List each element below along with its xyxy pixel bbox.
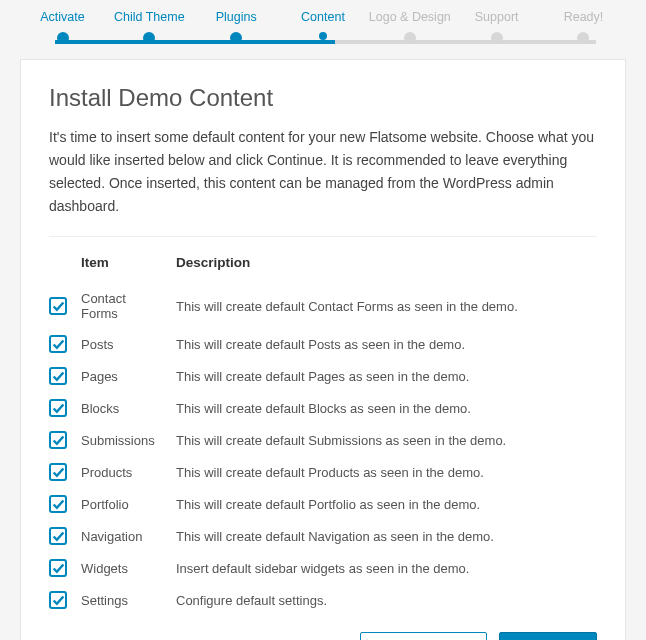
table-row: WidgetsInsert default sidebar widgets as… [49, 552, 597, 584]
step-dot [577, 32, 589, 44]
item-checkbox[interactable] [49, 367, 67, 385]
item-description: This will create default Posts as seen i… [172, 328, 597, 360]
table-row: BlocksThis will create default Blocks as… [49, 392, 597, 424]
page-title: Install Demo Content [49, 84, 597, 112]
table-row: Contact FormsThis will create default Co… [49, 284, 597, 328]
item-checkbox[interactable] [49, 463, 67, 481]
step-dot [319, 32, 327, 40]
item-description: Configure default settings. [172, 584, 597, 616]
check-icon [52, 370, 65, 383]
check-icon [52, 402, 65, 415]
step-label: Content [301, 10, 345, 24]
step-label: Child Theme [114, 10, 185, 24]
intro-text: It's time to insert some default content… [49, 126, 597, 218]
item-name: Widgets [77, 552, 172, 584]
content-card: Install Demo Content It's time to insert… [20, 59, 626, 640]
table-row: SettingsConfigure default settings. [49, 584, 597, 616]
step-label: Support [475, 10, 519, 24]
col-description: Description [172, 255, 597, 284]
step-child-theme[interactable]: Child Theme [107, 10, 192, 44]
item-checkbox[interactable] [49, 399, 67, 417]
step-label: Ready! [564, 10, 604, 24]
check-icon [52, 562, 65, 575]
step-logo-design[interactable]: Logo & Design [367, 10, 452, 44]
col-checkbox [49, 255, 77, 284]
step-dot [57, 32, 69, 44]
check-icon [52, 594, 65, 607]
step-activate[interactable]: Activate [20, 10, 105, 44]
item-description: This will create default Pages as seen i… [172, 360, 597, 392]
check-icon [52, 530, 65, 543]
item-description: This will create default Portfolio as se… [172, 488, 597, 520]
item-description: Insert default sidebar widgets as seen i… [172, 552, 597, 584]
item-name: Blocks [77, 392, 172, 424]
item-name: Portfolio [77, 488, 172, 520]
item-name: Navigation [77, 520, 172, 552]
item-checkbox[interactable] [49, 527, 67, 545]
item-checkbox[interactable] [49, 431, 67, 449]
step-dot [230, 32, 242, 44]
item-description: This will create default Blocks as seen … [172, 392, 597, 424]
item-checkbox[interactable] [49, 297, 67, 315]
item-description: This will create default Submissions as … [172, 424, 597, 456]
table-row: SubmissionsThis will create default Subm… [49, 424, 597, 456]
item-name: Products [77, 456, 172, 488]
table-row: ProductsThis will create default Product… [49, 456, 597, 488]
table-row: PagesThis will create default Pages as s… [49, 360, 597, 392]
step-dot [143, 32, 155, 44]
step-ready-[interactable]: Ready! [541, 10, 626, 44]
item-description: This will create default Contact Forms a… [172, 284, 597, 328]
item-description: This will create default Products as see… [172, 456, 597, 488]
step-support[interactable]: Support [454, 10, 539, 44]
check-icon [52, 338, 65, 351]
step-label: Plugins [216, 10, 257, 24]
wizard-steps: ActivateChild ThemePluginsContentLogo & … [0, 10, 646, 44]
item-name: Pages [77, 360, 172, 392]
item-checkbox[interactable] [49, 335, 67, 353]
skip-button[interactable]: Skip this step [360, 632, 487, 640]
item-name: Settings [77, 584, 172, 616]
check-icon [52, 300, 65, 313]
step-plugins[interactable]: Plugins [194, 10, 279, 44]
item-checkbox[interactable] [49, 591, 67, 609]
step-label: Logo & Design [369, 10, 451, 24]
table-row: PortfolioThis will create default Portfo… [49, 488, 597, 520]
step-dot [404, 32, 416, 44]
item-checkbox[interactable] [49, 559, 67, 577]
step-label: Activate [40, 10, 84, 24]
check-icon [52, 434, 65, 447]
check-icon [52, 466, 65, 479]
item-name: Contact Forms [77, 284, 172, 328]
item-description: This will create default Navigation as s… [172, 520, 597, 552]
item-checkbox[interactable] [49, 495, 67, 513]
table-row: PostsThis will create default Posts as s… [49, 328, 597, 360]
continue-button[interactable]: Continue [499, 632, 597, 640]
actions-row: Skip this step Continue [49, 632, 597, 640]
items-table: Item Description Contact FormsThis will … [49, 255, 597, 616]
col-item: Item [77, 255, 172, 284]
item-name: Submissions [77, 424, 172, 456]
step-content[interactable]: Content [280, 10, 365, 44]
item-name: Posts [77, 328, 172, 360]
divider [49, 236, 597, 237]
table-row: NavigationThis will create default Navig… [49, 520, 597, 552]
check-icon [52, 498, 65, 511]
step-dot [491, 32, 503, 44]
